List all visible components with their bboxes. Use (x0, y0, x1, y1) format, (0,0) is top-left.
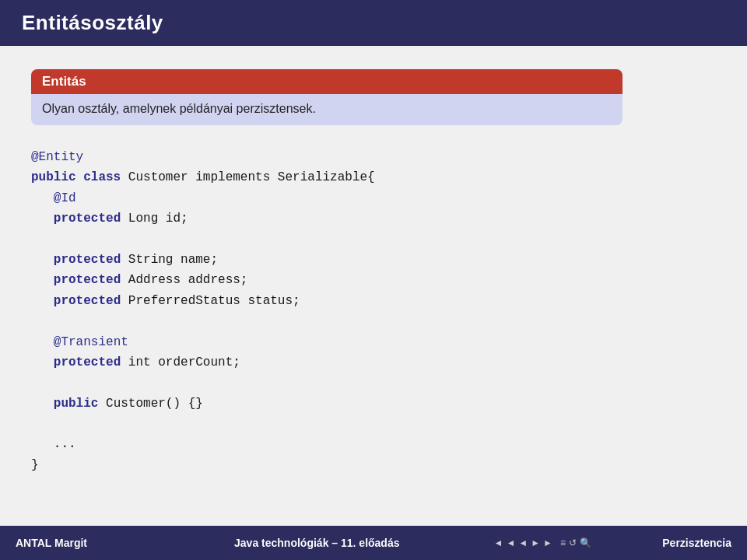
footer-topic: Perzisztencia (607, 537, 731, 549)
code-block: @Entity public class Customer implements… (31, 147, 716, 475)
nav-group-next-icon[interactable]: ► (543, 537, 552, 548)
nav-group-icon[interactable]: ◄ (506, 537, 515, 548)
nav-section-next-icon[interactable]: ► (531, 537, 540, 548)
main-content: Entitás Olyan osztály, amelynek példánya… (0, 46, 747, 528)
nav-prev-icon[interactable]: ◄ (494, 537, 503, 548)
bottom-bar: ANTAL Margit Java technológiák – 11. elő… (0, 526, 747, 560)
nav-refresh-icon[interactable]: ↺ (569, 537, 577, 548)
nav-menu-icon[interactable]: ≡ (560, 537, 566, 548)
nav-controls: ◄ ◄ ◄ ► ► ≡ ↺ 🔍 (494, 537, 591, 548)
footer-course: Java technológiák – 11. előadás (140, 537, 494, 549)
page-title: Entitásosztály (0, 0, 747, 46)
entity-box-body: Olyan osztály, amelynek példányai perzis… (31, 94, 622, 125)
header-title: Entitásosztály (22, 11, 163, 34)
footer-author: ANTAL Margit (16, 537, 140, 549)
nav-section-prev-icon[interactable]: ◄ (518, 537, 528, 548)
entity-box-title: Entitás (31, 69, 622, 94)
nav-search-icon[interactable]: 🔍 (580, 537, 591, 548)
entity-box: Entitás Olyan osztály, amelynek példánya… (31, 69, 622, 125)
